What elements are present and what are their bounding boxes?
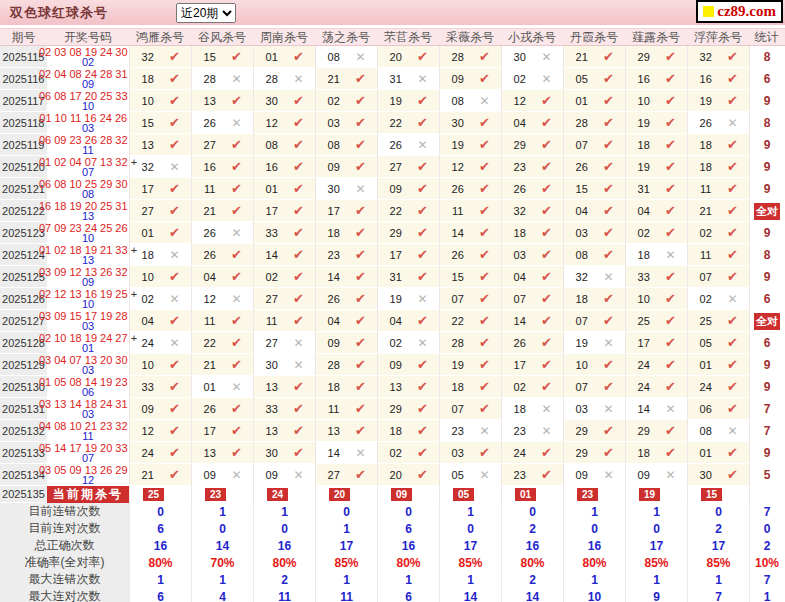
kill-number: 15 xyxy=(568,183,596,195)
check-icon: ✔ xyxy=(472,137,498,152)
summary-value: 2 xyxy=(687,520,749,538)
table-row: 202511906 09 23 26 28 32 +1113✔27✔08✔08✔… xyxy=(0,134,785,156)
kill-cell: 19✔ xyxy=(625,112,687,134)
kill-number: 01 xyxy=(258,183,286,195)
kill-number: 30 xyxy=(506,51,534,63)
check-icon: ✔ xyxy=(224,445,250,460)
check-icon: ✔ xyxy=(472,49,498,64)
kill-number: 18 xyxy=(692,161,720,173)
kill-cell: 07✔ xyxy=(439,398,501,420)
summary-value: 0 xyxy=(501,503,563,521)
check-icon: ✔ xyxy=(534,335,560,350)
kill-cell: 18✕ xyxy=(129,244,191,266)
cross-icon: ✕ xyxy=(720,116,746,130)
table-header-cell: 谷风杀号 xyxy=(191,29,253,45)
table-row: 202512703 09 15 17 19 28 +0304✔11✔11✔04✔… xyxy=(0,310,785,332)
cross-icon: ✕ xyxy=(224,380,250,394)
check-icon: ✔ xyxy=(658,335,684,350)
kill-cell: 30✔ xyxy=(253,442,315,464)
cross-icon: ✕ xyxy=(534,402,560,416)
check-icon: ✔ xyxy=(348,247,374,262)
draw-numbers-cell: 06 09 23 26 28 32 +11 xyxy=(47,134,129,156)
kill-cell: 03✔ xyxy=(563,222,625,244)
kill-cell: 04✔ xyxy=(501,112,563,134)
check-icon: ✔ xyxy=(720,71,746,86)
kill-number: 03 xyxy=(320,117,348,129)
stat-cell: 8 xyxy=(749,244,784,266)
kill-number: 19 xyxy=(692,95,720,107)
kill-cell: 05✕ xyxy=(439,464,501,486)
kill-cell: 26✕ xyxy=(687,112,749,134)
kill-cell: 20✔ xyxy=(377,46,439,68)
summary-value: 10 xyxy=(563,588,625,602)
current-period-row: 2025135当前期杀号25232420090501231915 xyxy=(0,486,785,503)
summary-value: 70% xyxy=(191,554,253,572)
kill-number: 26 xyxy=(196,249,224,261)
table-header-cell: 芣苢杀号 xyxy=(377,29,439,45)
kill-number: 18 xyxy=(506,227,534,239)
logo-cz89[interactable]: cz89.com xyxy=(696,0,783,23)
kill-number: 08 xyxy=(568,249,596,261)
kill-cell: 12✔ xyxy=(439,156,501,178)
check-icon: ✔ xyxy=(596,203,622,218)
summary-value: 1 xyxy=(439,503,501,521)
kill-number: 12 xyxy=(444,161,472,173)
check-icon: ✔ xyxy=(720,269,746,284)
check-icon: ✔ xyxy=(720,313,746,328)
table-row: 202512401 02 18 19 21 33 +1318✕26✔14✔23✔… xyxy=(0,244,785,266)
kill-number: 31 xyxy=(630,183,658,195)
stat-cell: 全对 xyxy=(749,310,784,332)
kill-cell: 18✔ xyxy=(687,156,749,178)
cross-icon: ✕ xyxy=(596,468,622,482)
kill-cell: 30✔ xyxy=(687,464,749,486)
kill-cell: 18✔ xyxy=(625,442,687,464)
kill-number: 21 xyxy=(196,359,224,371)
check-icon: ✔ xyxy=(348,93,374,108)
check-icon: ✔ xyxy=(596,181,622,196)
check-icon: ✔ xyxy=(534,115,560,130)
summary-value: 80% xyxy=(253,554,315,572)
check-icon: ✔ xyxy=(286,247,312,262)
check-icon: ✔ xyxy=(534,467,560,482)
kill-cell: 02✔ xyxy=(253,266,315,288)
check-icon: ✔ xyxy=(596,93,622,108)
summary-value: 0 xyxy=(439,520,501,538)
kill-cell: 10✔ xyxy=(625,90,687,112)
kill-number: 02 xyxy=(692,227,720,239)
kill-number: 24 xyxy=(630,359,658,371)
kill-number: 28 xyxy=(320,359,348,371)
check-icon: ✔ xyxy=(348,291,374,306)
kill-cell: 04✔ xyxy=(315,310,377,332)
stat-cell: 9 xyxy=(749,266,784,288)
check-icon: ✔ xyxy=(348,203,374,218)
check-icon: ✔ xyxy=(348,137,374,152)
kill-number: 18 xyxy=(320,227,348,239)
kill-number: 26 xyxy=(444,249,472,261)
kill-number: 24 xyxy=(134,337,162,349)
period-cell: 2025135 xyxy=(0,486,47,503)
kill-cell: 23✕ xyxy=(439,420,501,442)
check-icon: ✔ xyxy=(596,313,622,328)
kill-number: 13 xyxy=(258,381,286,393)
summary-stat-value: 1 xyxy=(749,588,784,602)
cross-icon: ✕ xyxy=(596,336,622,350)
kill-number: 10 xyxy=(630,293,658,305)
stat-cell: 8 xyxy=(749,112,784,134)
range-select[interactable]: 近20期 xyxy=(176,3,236,23)
kill-number: 26 xyxy=(320,293,348,305)
kill-cell: 33✔ xyxy=(253,222,315,244)
cross-icon: ✕ xyxy=(534,424,560,438)
kill-number: 09 xyxy=(320,161,348,173)
check-icon: ✔ xyxy=(534,247,560,262)
kill-number: 07 xyxy=(506,293,534,305)
check-icon: ✔ xyxy=(596,357,622,372)
check-icon: ✔ xyxy=(286,445,312,460)
check-icon: ✔ xyxy=(596,247,622,262)
kill-number: 13 xyxy=(382,381,410,393)
kill-cell: 18✔ xyxy=(563,288,625,310)
check-icon: ✔ xyxy=(286,313,312,328)
draw-blue-ball: 13 xyxy=(82,255,94,265)
check-icon: ✔ xyxy=(596,225,622,240)
kill-number: 01 xyxy=(258,51,286,63)
draw-numbers-cell: 07 09 23 24 25 26 +10 xyxy=(47,222,129,244)
